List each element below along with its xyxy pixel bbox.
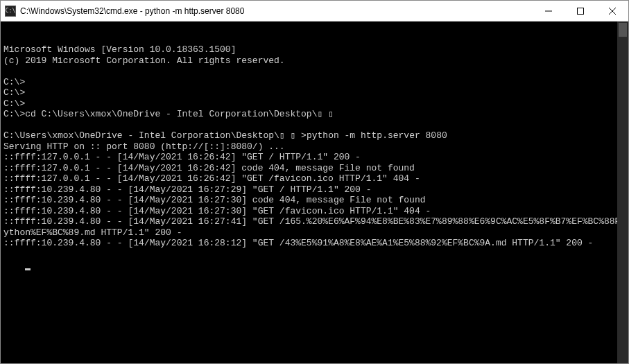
terminal-line: ::ffff:127.0.0.1 - - [14/May/2021 16:26:… xyxy=(3,163,626,174)
maximize-icon xyxy=(577,8,584,15)
titlebar[interactable]: C:\ C:\Windows\System32\cmd.exe - python… xyxy=(1,1,628,21)
terminal-line: ::ffff:10.239.4.80 - - [14/May/2021 16:2… xyxy=(3,184,626,196)
terminal-line: C:\Users\xmox\OneDrive - Intel Corporati… xyxy=(3,130,626,141)
cmd-icon: C:\ xyxy=(5,6,16,17)
cursor xyxy=(25,268,31,270)
terminal-output[interactable]: Microsoft Windows [Version 10.0.18363.15… xyxy=(1,21,628,363)
close-button[interactable] xyxy=(596,1,628,21)
terminal-line: ::ffff:10.239.4.80 - - [14/May/2021 16:2… xyxy=(3,195,626,206)
terminal-line: C:\>cd C:\Users\xmox\OneDrive - Intel Co… xyxy=(3,109,626,120)
minimize-icon xyxy=(545,8,552,15)
window-controls xyxy=(533,1,628,21)
window-title: C:\Windows\System32\cmd.exe - python -m … xyxy=(20,6,533,16)
scrollbar-thumb[interactable] xyxy=(619,23,627,37)
terminal-line xyxy=(3,66,626,77)
cmd-window: C:\ C:\Windows\System32\cmd.exe - python… xyxy=(0,0,629,364)
minimize-button[interactable] xyxy=(533,1,565,21)
terminal-line: Microsoft Windows [Version 10.0.18363.15… xyxy=(3,44,626,55)
maximize-button[interactable] xyxy=(565,1,596,21)
terminal-line: C:\> xyxy=(3,98,626,110)
terminal-line: ::ffff:10.239.4.80 - - [14/May/2021 16:2… xyxy=(3,238,626,249)
terminal-line xyxy=(3,120,626,131)
svg-rect-1 xyxy=(578,8,584,14)
terminal-line: C:\> xyxy=(3,87,626,98)
terminal-line: ::ffff:10.239.4.80 - - [14/May/2021 16:2… xyxy=(3,206,626,217)
scrollbar[interactable] xyxy=(617,21,628,363)
close-icon xyxy=(609,8,616,15)
terminal-line: (c) 2019 Microsoft Corporation. All righ… xyxy=(3,55,626,67)
terminal-line: ::ffff:127.0.0.1 - - [14/May/2021 16:26:… xyxy=(3,152,626,163)
terminal-line: Serving HTTP on :: port 8080 (http://[::… xyxy=(3,141,626,153)
terminal-line: ::ffff:127.0.0.1 - - [14/May/2021 16:26:… xyxy=(3,173,626,184)
terminal-line: ::ffff:10.239.4.80 - - [14/May/2021 16:2… xyxy=(3,216,626,238)
terminal-line: C:\> xyxy=(3,77,626,88)
